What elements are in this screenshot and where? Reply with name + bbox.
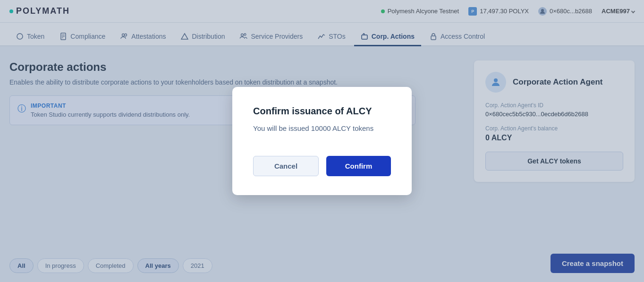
modal-dialog: Confirm issuance of ALCY You will be iss… (232, 87, 412, 195)
modal-overlay: Confirm issuance of ALCY You will be iss… (0, 0, 644, 282)
modal-body: You will be issued 10000 ALCY tokens (253, 124, 391, 132)
cancel-button[interactable]: Cancel (253, 156, 319, 176)
confirm-button[interactable]: Confirm (326, 156, 391, 176)
modal-title: Confirm issuance of ALCY (253, 106, 391, 117)
modal-actions: Cancel Confirm (253, 156, 391, 176)
